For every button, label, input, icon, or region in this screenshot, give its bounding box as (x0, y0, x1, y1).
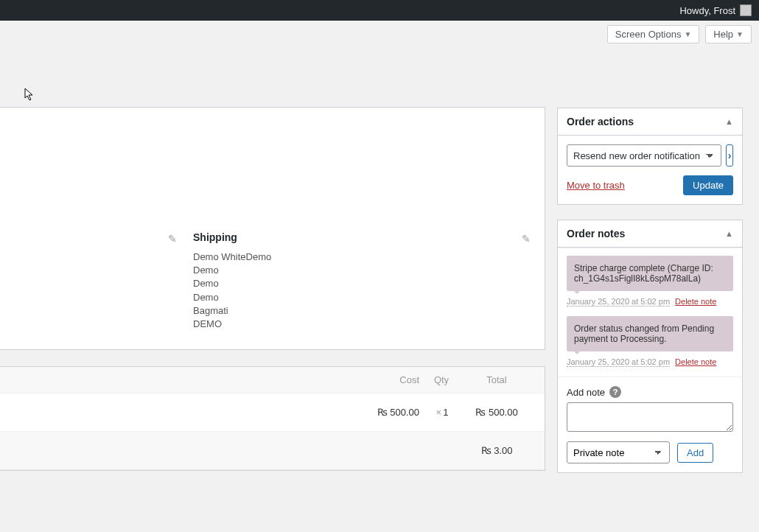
action-row: Resend new order notification › (567, 144, 733, 167)
admin-bar: Howdy, Frost (0, 0, 759, 21)
note-timestamp: January 25, 2020 at 5:02 pm (567, 357, 670, 367)
address-line: DEMO (193, 318, 271, 331)
content-area: ✎ ✎ Shipping Demo WhiteDemo Demo Demo De… (0, 41, 759, 532)
qty-value: 1 (443, 407, 448, 418)
qty-prefix: × (436, 407, 442, 418)
chevron-down-icon: ▼ (736, 30, 744, 38)
note-textarea[interactable] (567, 402, 733, 432)
table-header: Cost Qty Total (0, 367, 545, 393)
side-column: Order actions ▲ Resend new order notific… (557, 108, 743, 488)
add-note-label-row: Add note ? (567, 386, 733, 398)
panel-header[interactable]: Order actions ▲ (558, 108, 742, 136)
item-total: ₨ 500.00 (464, 407, 530, 418)
avatar[interactable] (740, 4, 752, 16)
note-meta: January 25, 2020 at 5:02 pm Delete note (567, 297, 733, 306)
spacer (419, 445, 464, 456)
address-line: Bagmati (193, 304, 271, 318)
chevron-up-icon[interactable]: ▲ (725, 117, 733, 126)
delete-note-link[interactable]: Delete note (675, 297, 716, 306)
help-label: Help (713, 29, 733, 40)
order-notes-panel: Order notes ▲ Stripe charge complete (Ch… (557, 220, 743, 473)
delete-note-link[interactable]: Delete note (675, 357, 716, 366)
main-column: ✎ ✎ Shipping Demo WhiteDemo Demo Demo De… (0, 41, 545, 471)
address-line: Demo (193, 264, 271, 277)
add-note-button[interactable]: Add (677, 443, 713, 463)
note-actions: Private note Add (567, 441, 733, 463)
address-line: Demo WhiteDemo (193, 251, 271, 264)
note-meta: January 25, 2020 at 5:02 pm Delete note (567, 357, 733, 366)
table-row[interactable]: ₨ 500.00 ×1 ₨ 500.00 (0, 393, 545, 432)
help-icon[interactable]: ? (609, 386, 621, 398)
panel-header[interactable]: Order notes ▲ (558, 220, 742, 248)
col-header-cost: Cost (360, 374, 419, 385)
chevron-up-icon[interactable]: ▲ (725, 229, 733, 238)
chevron-right-icon: › (728, 150, 732, 161)
screen-options-label: Screen Options (615, 29, 682, 40)
address-line: Demo (193, 291, 271, 304)
pencil-icon[interactable]: ✎ (168, 233, 177, 245)
note-text: Order status changed from Pending paymen… (574, 323, 714, 344)
note-type-select[interactable]: Private note (567, 441, 670, 463)
add-note-label: Add note (567, 387, 605, 398)
panel-body: Resend new order notification › Move to … (558, 136, 742, 204)
col-header-total: Total (464, 374, 530, 385)
item-qty: ×1 (419, 407, 464, 418)
col-header-qty: Qty (419, 374, 464, 385)
address-line: Demo (193, 277, 271, 290)
shipping-block: Shipping Demo WhiteDemo Demo Demo Demo B… (193, 231, 271, 331)
note-timestamp: January 25, 2020 at 5:02 pm (567, 297, 670, 307)
notes-list: Stripe charge complete (Charge ID: ch_1G… (558, 248, 742, 366)
item-cost: ₨ 500.00 (360, 407, 419, 418)
pencil-icon[interactable]: ✎ (522, 233, 531, 245)
move-to-trash-link[interactable]: Move to trash (567, 180, 625, 191)
spacer (360, 445, 419, 456)
greeting-text[interactable]: Howdy, Frost (679, 5, 735, 16)
panel-title: Order notes (567, 228, 625, 239)
order-note: Stripe charge complete (Charge ID: ch_1G… (567, 256, 733, 291)
order-actions-panel: Order actions ▲ Resend new order notific… (557, 108, 743, 205)
shipping-title: Shipping (193, 231, 271, 243)
update-button[interactable]: Update (683, 175, 733, 195)
topbar: Screen Options ▼ Help ▼ (0, 21, 759, 43)
note-text: Stripe charge complete (Charge ID: ch_1G… (574, 263, 713, 284)
order-details-panel: ✎ ✎ Shipping Demo WhiteDemo Demo Demo De… (0, 107, 545, 350)
order-items-table: Cost Qty Total ₨ 500.00 ×1 ₨ 500.00 ₨ 3.… (0, 366, 545, 471)
table-row[interactable]: ₨ 3.00 (0, 432, 545, 470)
add-note-section: Add note ? Private note Add (558, 377, 742, 472)
order-action-select[interactable]: Resend new order notification (567, 144, 721, 167)
panel-title: Order actions (567, 116, 634, 127)
action-footer: Move to trash Update (567, 175, 733, 195)
chevron-down-icon: ▼ (684, 30, 691, 38)
summary-total: ₨ 3.00 (464, 445, 530, 456)
apply-action-button[interactable]: › (726, 144, 733, 167)
order-note: Order status changed from Pending paymen… (567, 316, 733, 351)
